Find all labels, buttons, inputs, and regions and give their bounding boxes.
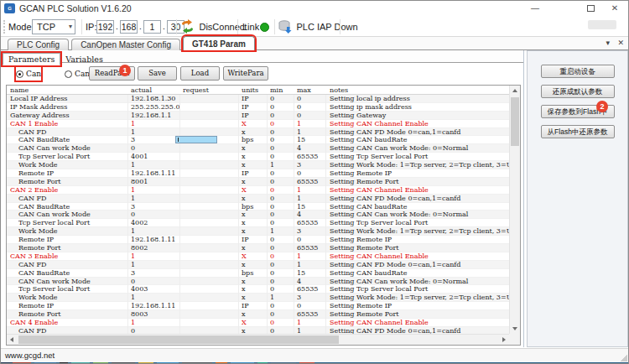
cell-name: Work Mode <box>18 161 127 169</box>
scroll-left-arrow[interactable] <box>7 335 18 346</box>
table-row[interactable]: Gateway Address192.168.1.1IP00Setting Ga… <box>7 112 509 120</box>
table-row[interactable]: CAN 3 Enable1X01Setting CAN Channel Enab… <box>7 252 509 261</box>
side-button-[interactable]: 还原成默认参数 <box>541 85 615 98</box>
panel-collapse-icon[interactable]: ▾ <box>606 39 610 47</box>
writepara-button[interactable]: WritePara <box>223 66 268 81</box>
side-button-flash[interactable]: 保存参数到Flash中 <box>541 105 615 118</box>
table-row[interactable]: CAN BaudRate3bps015Setting CAN baudRate <box>7 136 509 144</box>
cell-min: 0 <box>270 278 294 286</box>
table-row[interactable]: Work Mode1x13Setting Work Mode: 1=Tcp se… <box>7 161 509 169</box>
table-row[interactable]: CAN 2 Enable1X01Setting CAN Channel Enab… <box>7 186 509 195</box>
plc-iap-down-button[interactable]: PLC IAP Down <box>278 18 358 35</box>
load-button[interactable]: Load <box>180 66 220 81</box>
cell-actual: 1 <box>131 186 179 195</box>
cell-notes: Setting Work Mode: 1=Tcp server, 2=Tcp c… <box>330 294 509 302</box>
ip-octet-1[interactable]: 192 <box>96 20 114 34</box>
horizontal-scrollbar[interactable] <box>7 334 509 345</box>
mode-select[interactable]: TCP▾ <box>32 19 75 34</box>
table-row[interactable]: CAN Can work Mode0x04Setting CAN Can wor… <box>7 211 509 219</box>
cell-min: 0 <box>270 103 294 112</box>
tab-plc-config[interactable]: PLC Config <box>8 39 69 50</box>
cell-min: 0 <box>270 144 294 153</box>
scroll-right-arrow[interactable] <box>498 335 509 346</box>
resize-grip-icon[interactable] <box>619 353 627 361</box>
table-row[interactable]: Tcp Server local Port4003x065535Setting … <box>7 285 509 294</box>
cell-notes: Setting Tcp Server local Port <box>330 219 509 227</box>
table-row[interactable]: Local IP Address192.168.1.30IP00Setting … <box>7 95 509 103</box>
cell-max: 0 <box>297 95 326 103</box>
tab-gt418-param[interactable]: GT418 Param <box>183 36 255 50</box>
cell-max: 1 <box>297 327 326 334</box>
table-row[interactable]: CAN FD1x01Setting CAN FD Mode 0=can,1=ca… <box>7 195 509 203</box>
request-edit-field[interactable] <box>175 136 217 143</box>
column-header-units[interactable]: units <box>242 86 267 95</box>
table-row[interactable]: CAN 1 Enable1X01Setting CAN Channel Enab… <box>7 120 509 128</box>
radio-can[interactable]: Can <box>16 67 41 81</box>
link-label: Link <box>242 22 259 32</box>
scroll-up-arrow[interactable] <box>510 86 521 96</box>
cell-min: 0 <box>270 203 294 211</box>
table-row[interactable]: Remote IP192.168.1.11IP00Setting Remote … <box>7 302 509 310</box>
column-header-name[interactable]: name <box>10 86 127 95</box>
table-row[interactable]: Tcp Server local Port4001x065535Setting … <box>7 153 509 161</box>
cell-units: IP <box>242 236 267 244</box>
horizontal-scroll-thumb[interactable] <box>18 335 339 344</box>
table-row[interactable]: CAN 4 Enable1X01Setting CAN Channel Enab… <box>7 319 509 327</box>
cell-units: IP <box>242 302 267 310</box>
table-row[interactable]: CAN Can work Mode0x04Setting CAN Can wor… <box>7 278 509 286</box>
table-row[interactable]: CAN FD1x01Setting CAN FD Mode 0=can,1=ca… <box>7 128 509 137</box>
table-row[interactable]: Remote IP192.168.1.11IP00Setting Remote … <box>7 236 509 244</box>
table-row[interactable]: Remote Port8001x065535Setting Remote Por… <box>7 178 509 186</box>
table-row[interactable]: IP Mask Address255.255.255.0IP00Setting … <box>7 103 509 112</box>
database-download-icon <box>278 19 293 34</box>
cell-name: Remote IP <box>18 302 127 310</box>
close-button[interactable]: ✕ <box>602 1 627 16</box>
column-header-request[interactable]: request <box>183 86 238 95</box>
table-row[interactable]: Tcp Server local Port4002x065535Setting … <box>7 219 509 227</box>
minimize-button[interactable]: — <box>522 1 548 16</box>
column-header-actual[interactable]: actual <box>131 86 179 95</box>
table-row[interactable]: Work Mode1x13Setting Work Mode: 1=Tcp se… <box>7 294 509 302</box>
table-row[interactable]: Remote Port8002x065535Setting Remote Por… <box>7 244 509 252</box>
tab-canopen-master-config[interactable]: CanOpen Master Config <box>71 39 180 50</box>
toolbar-grip[interactable] <box>3 20 5 34</box>
cell-units: x <box>242 178 267 186</box>
column-header-min[interactable]: min <box>270 86 294 95</box>
scroll-down-arrow[interactable] <box>510 323 521 334</box>
cell-notes: Setting Tcp Server local Port <box>330 285 509 294</box>
cell-actual: 192.168.1.11 <box>131 302 179 310</box>
table-row[interactable]: CAN FD0x01Setting CAN FD Mode 0=can,1=ca… <box>7 327 509 334</box>
cell-min: 0 <box>270 120 294 128</box>
cell-actual: 1 <box>131 261 179 269</box>
subtab-parameters[interactable]: Parameters <box>3 53 60 65</box>
side-button-flash[interactable]: 从Flash中还原参数 <box>541 125 615 138</box>
save-button[interactable]: Save <box>138 66 177 81</box>
table-row[interactable]: CAN Can work Mode0x04Setting CAN Can wor… <box>7 144 509 153</box>
cell-units: bps <box>242 203 267 211</box>
main-tabs: PLC ConfigCanOpen Master ConfigGT418 Par… <box>8 36 257 50</box>
vertical-scrollbar[interactable] <box>509 86 520 334</box>
table-row[interactable]: CAN BaudRate3bps015Setting CAN baudRate <box>7 203 509 211</box>
cell-notes: Setting local ip address <box>330 95 509 103</box>
ip-octet-2[interactable]: 168 <box>120 20 138 34</box>
cell-units: x <box>242 244 267 252</box>
column-header-max[interactable]: max <box>297 86 326 95</box>
vertical-scroll-thumb[interactable] <box>511 97 519 146</box>
radio-canfd-icon <box>65 70 72 78</box>
maximize-button[interactable] <box>578 1 603 16</box>
cell-notes: Setting CAN Channel Enable <box>330 319 509 327</box>
table-row[interactable]: Remote Port8003x065535Setting Remote Por… <box>7 310 509 319</box>
panel-close-icon[interactable]: ✕ <box>617 39 624 47</box>
table-row[interactable]: Work Mode1x13Setting Work Mode: 1=Tcp se… <box>7 227 509 236</box>
side-button-[interactable]: 重启动设备 <box>541 65 615 78</box>
cell-min: 0 <box>270 252 294 261</box>
table-row[interactable]: Remote IP192.168.1.11IP00Setting Remote … <box>7 169 509 178</box>
table-row[interactable]: CAN BaudRate3bps015Setting CAN baudRate <box>7 269 509 278</box>
table-row[interactable]: CAN FD1x01Setting CAN FD Mode 0=can,1=ca… <box>7 261 509 269</box>
readpara-button[interactable]: ReadPara <box>89 66 135 81</box>
cell-units: x <box>242 144 267 153</box>
cell-name: Tcp Server local Port <box>18 219 127 227</box>
table-header: nameactualrequestunitsminmaxnotes <box>7 86 509 95</box>
column-header-notes[interactable]: notes <box>330 86 511 95</box>
ip-octet-3[interactable]: 1 <box>143 20 161 34</box>
